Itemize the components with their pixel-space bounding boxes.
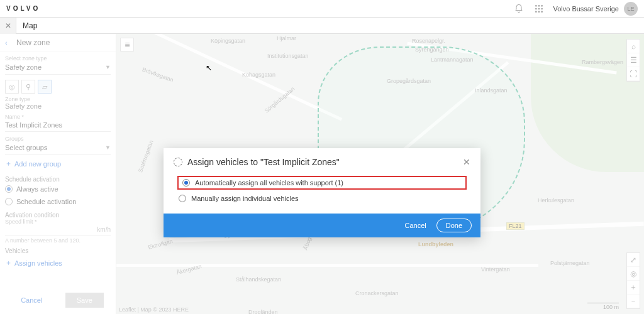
done-button[interactable]: Done — [436, 219, 472, 232]
radio-icon — [179, 195, 186, 202]
option-auto-assign[interactable]: Automatically assign all vehicles with s… — [177, 176, 467, 190]
option-manual-assign[interactable]: Manually assign individual vehicles — [177, 192, 467, 205]
apps-icon[interactable] — [534, 4, 544, 14]
svg-point-5 — [541, 8, 543, 9]
brand-logo: VOLVO — [6, 5, 40, 12]
svg-point-3 — [535, 8, 537, 9]
radio-icon — [182, 179, 190, 187]
svg-point-2 — [541, 5, 543, 7]
close-icon[interactable]: ✕ — [463, 158, 470, 166]
svg-point-0 — [535, 5, 537, 7]
svg-point-6 — [535, 11, 537, 13]
org-name[interactable]: Volvo Bussar Sverige — [553, 5, 619, 13]
zone-icon — [174, 158, 182, 166]
app-header: VOLVO Volvo Bussar Sverige LE — [0, 0, 644, 18]
subheader: ✕ Map — [0, 18, 644, 34]
svg-point-4 — [538, 8, 540, 9]
cancel-button[interactable]: Cancel — [404, 222, 426, 229]
svg-point-1 — [538, 5, 540, 7]
dialog-footer: Cancel Done — [164, 214, 480, 237]
close-icon[interactable]: ✕ — [0, 18, 16, 34]
svg-point-7 — [538, 11, 540, 13]
assign-vehicles-dialog: Assign vehicles to "Test Implicit Zones"… — [164, 148, 480, 237]
page-title: Map — [16, 21, 37, 30]
avatar[interactable]: LE — [624, 2, 638, 16]
dialog-title: Assign vehicles to "Test Implicit Zones" — [187, 157, 463, 167]
svg-point-8 — [541, 11, 543, 13]
bell-icon[interactable] — [514, 4, 524, 14]
